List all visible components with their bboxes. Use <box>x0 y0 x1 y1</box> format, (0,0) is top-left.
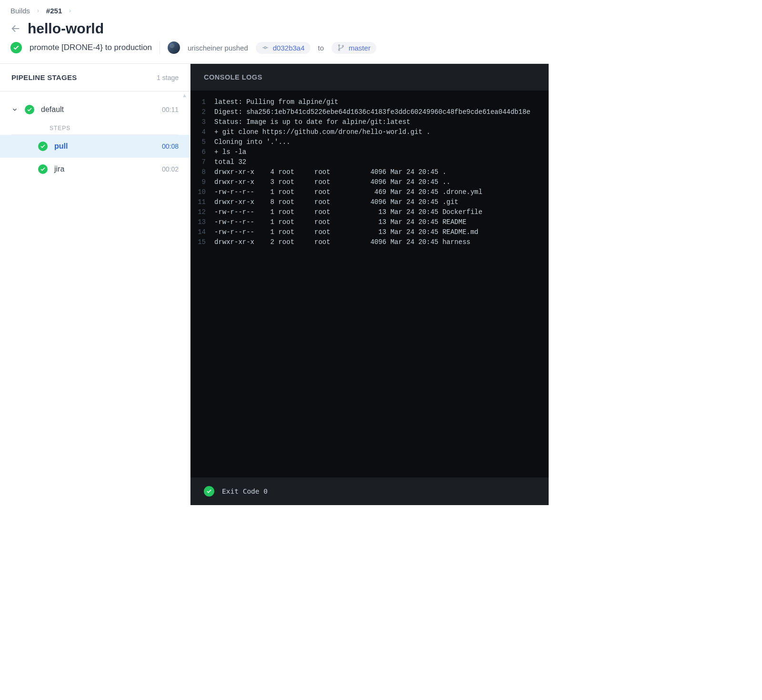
back-arrow-icon[interactable] <box>10 23 21 34</box>
page-title: hello-world <box>28 20 104 37</box>
log-line: 11drwxr-xr-x 8 root root 4096 Mar 24 20:… <box>195 197 549 207</box>
console-panel: CONSOLE LOGS 1latest: Pulling from alpin… <box>190 64 549 505</box>
branch-name: master <box>349 44 371 52</box>
log-line: 5Cloning into '.'... <box>195 137 549 147</box>
svg-point-5 <box>339 49 340 51</box>
log-line: 12-rw-r--r-- 1 root root 13 Mar 24 20:45… <box>195 207 549 217</box>
chevron-right-icon <box>36 7 40 15</box>
commit-message: promote [DRONE-4} to production <box>30 43 152 52</box>
breadcrumb: Builds #251 <box>0 0 549 18</box>
exit-row: Exit Code 0 <box>190 477 549 505</box>
to-label: to <box>318 44 324 52</box>
avatar <box>168 41 180 54</box>
step-name: jira <box>54 165 155 173</box>
step-pull[interactable]: pull00:08 <box>0 135 190 158</box>
status-success-icon <box>10 42 22 53</box>
commit-pill[interactable]: d032b3a4 <box>256 42 311 54</box>
stage-row[interactable]: default 00:11 <box>0 98 190 121</box>
actor-text: urischeiner pushed <box>188 44 248 52</box>
chevron-down-icon <box>11 106 18 113</box>
log-line: 4+ git clone https://github.com/drone/he… <box>195 127 549 137</box>
stage-duration: 00:11 <box>162 106 179 113</box>
svg-point-1 <box>264 47 266 49</box>
exit-code: Exit Code 0 <box>222 487 268 495</box>
svg-point-6 <box>342 45 344 47</box>
log-line: 7total 32 <box>195 157 549 167</box>
console-header: CONSOLE LOGS <box>190 64 549 91</box>
step-duration: 00:08 <box>162 142 179 150</box>
log-line: 14-rw-r--r-- 1 root root 13 Mar 24 20:45… <box>195 227 549 237</box>
step-duration: 00:02 <box>162 165 179 173</box>
breadcrumb-build-number[interactable]: #251 <box>46 7 62 15</box>
log-line: 15drwxr-xr-x 2 root root 4096 Mar 24 20:… <box>195 237 549 247</box>
log-line: 8drwxr-xr-x 4 root root 4096 Mar 24 20:4… <box>195 167 549 177</box>
step-jira[interactable]: jira00:02 <box>0 158 190 181</box>
branch-pill[interactable]: master <box>331 42 376 54</box>
log-line: 1latest: Pulling from alpine/git <box>195 97 549 107</box>
stage-count: 1 stage <box>157 74 179 81</box>
status-success-icon <box>38 142 48 151</box>
pipeline-sidebar: PIPELINE STAGES 1 stage ▲ default 00:11 … <box>0 64 190 505</box>
log-line: 2Digest: sha256:1eb7b41cd5226ebe64d1636c… <box>195 107 549 117</box>
status-success-icon <box>25 105 34 114</box>
log-line: 9drwxr-xr-x 3 root root 4096 Mar 24 20:4… <box>195 177 549 187</box>
log-line: 13-rw-r--r-- 1 root root 13 Mar 24 20:45… <box>195 217 549 227</box>
status-success-icon <box>204 486 214 497</box>
pipeline-header: PIPELINE STAGES <box>11 73 77 81</box>
log-line: 10-rw-r--r-- 1 root root 469 Mar 24 20:4… <box>195 187 549 197</box>
breadcrumb-builds[interactable]: Builds <box>10 7 30 15</box>
log-line: 3Status: Image is up to date for alpine/… <box>195 117 549 127</box>
log-line: 6+ ls -la <box>195 147 549 157</box>
stage-name: default <box>41 105 155 114</box>
scroll-up-icon: ▲ <box>182 92 187 98</box>
step-name: pull <box>54 142 155 151</box>
console-logs[interactable]: 1latest: Pulling from alpine/git2Digest:… <box>190 91 549 477</box>
svg-point-4 <box>339 45 340 46</box>
commit-icon <box>261 44 269 51</box>
status-success-icon <box>38 164 48 174</box>
divider <box>160 41 160 54</box>
branch-icon <box>337 44 345 51</box>
commit-hash: d032b3a4 <box>273 44 305 52</box>
chevron-right-icon <box>68 7 72 15</box>
steps-label: STEPS <box>11 121 179 135</box>
